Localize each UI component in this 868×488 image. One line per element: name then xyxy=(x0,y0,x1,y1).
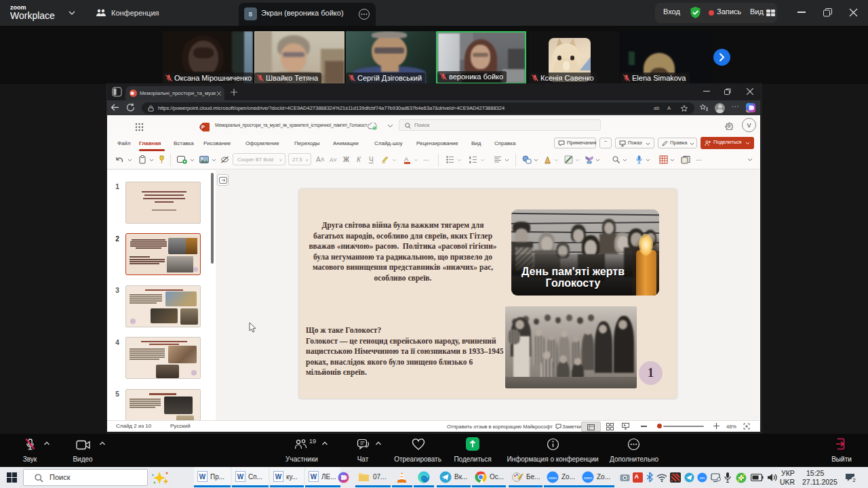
svg-text:2: 2 xyxy=(852,477,856,483)
svg-text:1: 1 xyxy=(469,156,471,159)
svg-text:zoom: zoom xyxy=(549,476,557,480)
svg-text:zm: zm xyxy=(700,476,705,480)
svg-text:P: P xyxy=(201,124,205,130)
svg-text:zoom: zoom xyxy=(584,476,592,480)
svg-text:2: 2 xyxy=(469,161,471,163)
